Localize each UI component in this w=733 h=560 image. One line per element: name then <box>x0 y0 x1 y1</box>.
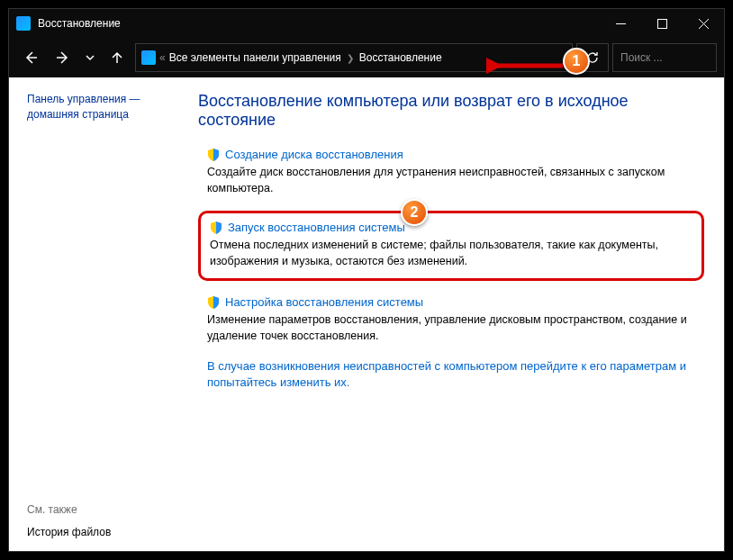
navbar: « Все элементы панели управления ❯ Восст… <box>9 38 724 77</box>
link-troubleshoot-settings[interactable]: В случае возникновения неисправностей с … <box>198 358 704 391</box>
breadcrumb-all-items[interactable]: Все элементы панели управления <box>169 51 341 64</box>
close-button[interactable] <box>683 9 724 38</box>
sidebar-file-history-link[interactable]: История файлов <box>27 526 111 538</box>
breadcrumb-prefix: « <box>159 51 166 64</box>
forward-button[interactable] <box>49 43 77 72</box>
control-panel-window: Восстановление « Все элементы панели упр… <box>8 8 725 552</box>
back-button[interactable] <box>16 43 45 72</box>
callout-1: 1 <box>563 48 590 75</box>
item-create-recovery-drive: Создание диска восстановления Создайте д… <box>198 148 704 196</box>
link-system-restore[interactable]: Запуск восстановления системы <box>228 221 405 234</box>
titlebar: Восстановление <box>9 9 724 38</box>
callout-2: 2 <box>401 199 428 226</box>
main-panel: Восстановление компьютера или возврат ег… <box>189 77 724 551</box>
address-icon <box>141 50 156 65</box>
up-button[interactable] <box>103 43 131 72</box>
app-icon <box>16 16 31 31</box>
desc-system-restore: Отмена последних изменений в системе; фа… <box>210 238 692 269</box>
minimize-button[interactable] <box>600 9 641 38</box>
page-title: Восстановление компьютера или возврат ег… <box>198 92 704 130</box>
search-input[interactable]: Поиск ... <box>612 43 717 72</box>
content-area: Панель управления — домашняя страница См… <box>9 77 724 551</box>
shield-icon <box>207 149 220 161</box>
maximize-button[interactable] <box>641 9 683 38</box>
breadcrumb-recovery[interactable]: Восстановление <box>359 51 442 64</box>
shield-icon <box>210 221 222 234</box>
window-title: Восстановление <box>38 17 600 30</box>
sidebar: Панель управления — домашняя страница См… <box>9 77 189 551</box>
search-placeholder: Поиск ... <box>620 51 663 64</box>
item-configure-restore: Настройка восстановления системы Изменен… <box>198 295 704 344</box>
item-system-restore: 2 Запуск восстановления системы Отмена п… <box>198 211 704 281</box>
see-also-heading: См. также <box>27 503 178 516</box>
link-configure-restore[interactable]: Настройка восстановления системы <box>225 295 423 309</box>
annotation-arrow <box>486 56 567 76</box>
recent-dropdown[interactable] <box>81 43 99 72</box>
shield-icon <box>207 296 220 309</box>
desc-create-recovery-drive: Создайте диск восстановления для устране… <box>207 165 695 196</box>
desc-configure-restore: Изменение параметров восстановления, упр… <box>207 312 695 344</box>
svg-rect-0 <box>657 19 666 28</box>
chevron-right-icon: ❯ <box>347 53 354 63</box>
link-create-recovery-drive[interactable]: Создание диска восстановления <box>225 148 403 161</box>
sidebar-home-link[interactable]: Панель управления — домашняя страница <box>27 92 178 122</box>
